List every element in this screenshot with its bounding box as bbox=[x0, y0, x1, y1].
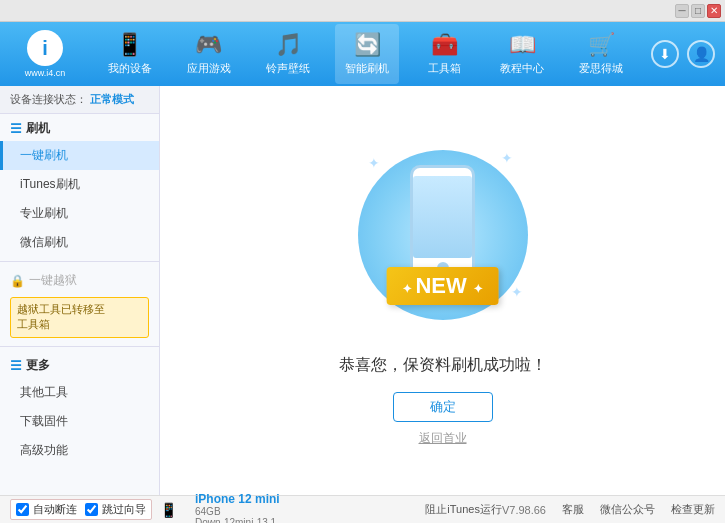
nav-tutorials[interactable]: 📖 教程中心 bbox=[490, 24, 554, 84]
wechat-official-link[interactable]: 微信公众号 bbox=[600, 502, 655, 517]
sidebar-item-itunes-flash[interactable]: iTunes刷机 bbox=[0, 170, 159, 199]
sidebar-item-download-fw[interactable]: 下载固件 bbox=[0, 407, 159, 436]
sidebar-item-pro-flash[interactable]: 专业刷机 bbox=[0, 199, 159, 228]
bottom-right: V7.98.66 客服 微信公众号 检查更新 bbox=[502, 502, 715, 517]
status-label: 设备连接状态： bbox=[10, 93, 87, 105]
success-message: 恭喜您，保资料刷机成功啦！ bbox=[339, 355, 547, 376]
sidebar-divider-1 bbox=[0, 261, 159, 262]
nav-device-icon: 📱 bbox=[116, 32, 143, 58]
nav-apps-games[interactable]: 🎮 应用游戏 bbox=[177, 24, 241, 84]
flash-section-icon: ☰ bbox=[10, 121, 22, 136]
phone-screen bbox=[413, 176, 472, 258]
content-area: ✦ ✦ ✦ NEW 恭喜您，保资料刷机成功啦！ 确定 返回首业 bbox=[160, 86, 725, 495]
header: i www.i4.cn 📱 我的设备 🎮 应用游戏 🎵 铃声壁纸 🔄 智能刷机 … bbox=[0, 22, 725, 86]
pro-flash-label: 专业刷机 bbox=[20, 206, 68, 220]
nav-right-actions: ⬇ 👤 bbox=[651, 40, 715, 68]
logo-area: i www.i4.cn bbox=[10, 30, 80, 78]
user-button[interactable]: 👤 bbox=[687, 40, 715, 68]
device-info: iPhone 12 mini 64GB Down-12mini-13.1 bbox=[195, 492, 280, 524]
sparkle-top-left: ✦ bbox=[368, 155, 380, 171]
maximize-button[interactable]: □ bbox=[691, 4, 705, 18]
nav-toolbox[interactable]: 🧰 工具箱 bbox=[415, 24, 475, 84]
nav-ringtones[interactable]: 🎵 铃声壁纸 bbox=[256, 24, 320, 84]
itunes-status: 阻止iTunes运行 bbox=[425, 502, 502, 517]
one-click-flash-label: 一键刷机 bbox=[20, 148, 68, 162]
sparkle-bottom-right: ✦ bbox=[511, 284, 523, 300]
logo-icon: i bbox=[27, 30, 63, 66]
lock-icon: 🔒 bbox=[10, 274, 25, 288]
nav-apps-label: 应用游戏 bbox=[187, 61, 231, 76]
check-update-link[interactable]: 检查更新 bbox=[671, 502, 715, 517]
new-badge-text: NEW bbox=[415, 273, 466, 298]
device-name: iPhone 12 mini bbox=[195, 492, 280, 506]
device-storage: 64GB bbox=[195, 506, 280, 517]
nav-tutorials-label: 教程中心 bbox=[500, 61, 544, 76]
wechat-flash-label: 微信刷机 bbox=[20, 235, 68, 249]
sidebar-section-more: ☰ 更多 bbox=[0, 351, 159, 378]
nav-tmall[interactable]: 🛒 爱思得城 bbox=[569, 24, 633, 84]
more-section-icon: ☰ bbox=[10, 358, 22, 373]
checkbox-group: 自动断连 跳过向导 bbox=[10, 499, 152, 520]
download-button[interactable]: ⬇ bbox=[651, 40, 679, 68]
nav-flash-label: 智能刷机 bbox=[345, 61, 389, 76]
nav-my-device[interactable]: 📱 我的设备 bbox=[98, 24, 162, 84]
sidebar-item-other-tools[interactable]: 其他工具 bbox=[0, 378, 159, 407]
sidebar-section-flash: ☰ 刷机 bbox=[0, 114, 159, 141]
logo-text: www.i4.cn bbox=[25, 68, 66, 78]
other-tools-label: 其他工具 bbox=[20, 385, 68, 399]
auto-disconnect-label: 自动断连 bbox=[33, 502, 77, 517]
sidebar-item-one-click-flash[interactable]: 一键刷机 bbox=[0, 141, 159, 170]
minimize-button[interactable]: ─ bbox=[675, 4, 689, 18]
bottom-bar: 自动断连 跳过向导 📱 iPhone 12 mini 64GB Down-12m… bbox=[0, 495, 725, 523]
download-fw-label: 下载固件 bbox=[20, 414, 68, 428]
skip-wizard-label: 跳过向导 bbox=[102, 502, 146, 517]
confirm-button[interactable]: 确定 bbox=[393, 392, 493, 422]
nav-ringtones-icon: 🎵 bbox=[275, 32, 302, 58]
phone-illustration: ✦ ✦ ✦ NEW bbox=[353, 135, 533, 335]
nav-smart-flash[interactable]: 🔄 智能刷机 bbox=[335, 24, 399, 84]
nav-toolbox-icon: 🧰 bbox=[431, 32, 458, 58]
more-section-label: 更多 bbox=[26, 357, 50, 374]
skip-wizard-checkbox[interactable] bbox=[85, 503, 98, 516]
bottom-left: 自动断连 跳过向导 📱 iPhone 12 mini 64GB Down-12m… bbox=[10, 492, 425, 524]
version-text: V7.98.66 bbox=[502, 504, 546, 516]
flash-section-label: 刷机 bbox=[26, 120, 50, 137]
nav-flash-icon: 🔄 bbox=[354, 32, 381, 58]
nav-items: 📱 我的设备 🎮 应用游戏 🎵 铃声壁纸 🔄 智能刷机 🧰 工具箱 📖 教程中心… bbox=[90, 24, 641, 84]
sidebar: 设备连接状态： 正常模式 ☰ 刷机 一键刷机 iTunes刷机 专业刷机 微信刷… bbox=[0, 86, 160, 495]
auto-disconnect-checkbox[interactable] bbox=[16, 503, 29, 516]
device-small-icon: 📱 bbox=[160, 502, 177, 518]
main-layout: 设备连接状态： 正常模式 ☰ 刷机 一键刷机 iTunes刷机 专业刷机 微信刷… bbox=[0, 86, 725, 495]
nav-toolbox-label: 工具箱 bbox=[428, 61, 461, 76]
sidebar-warning-box: 越狱工具已转移至工具箱 bbox=[10, 297, 149, 338]
customer-service-link[interactable]: 客服 bbox=[562, 502, 584, 517]
device-status-bar: 设备连接状态： 正常模式 bbox=[0, 86, 159, 114]
close-button[interactable]: ✕ bbox=[707, 4, 721, 18]
itunes-status-text: 阻止iTunes运行 bbox=[425, 502, 502, 517]
nav-device-label: 我的设备 bbox=[108, 61, 152, 76]
nav-apps-icon: 🎮 bbox=[195, 32, 222, 58]
nav-tutorials-icon: 📖 bbox=[509, 32, 536, 58]
sidebar-item-advanced[interactable]: 高级功能 bbox=[0, 436, 159, 465]
status-value: 正常模式 bbox=[90, 93, 134, 105]
warning-text: 越狱工具已转移至工具箱 bbox=[17, 303, 105, 330]
return-link[interactable]: 返回首业 bbox=[419, 430, 467, 447]
sparkle-top-right: ✦ bbox=[501, 150, 513, 166]
jailbreak-label: 一键越狱 bbox=[29, 272, 77, 289]
phone-body bbox=[410, 165, 475, 280]
sidebar-divider-2 bbox=[0, 346, 159, 347]
device-model: Down-12mini-13.1 bbox=[195, 517, 280, 524]
nav-tmall-label: 爱思得城 bbox=[579, 61, 623, 76]
title-bar: ─ □ ✕ bbox=[0, 0, 725, 22]
itunes-flash-label: iTunes刷机 bbox=[20, 177, 80, 191]
sidebar-disabled-jailbreak: 🔒 一键越狱 bbox=[0, 266, 159, 293]
advanced-label: 高级功能 bbox=[20, 443, 68, 457]
sidebar-item-wechat-flash[interactable]: 微信刷机 bbox=[0, 228, 159, 257]
nav-ringtones-label: 铃声壁纸 bbox=[266, 61, 310, 76]
nav-tmall-icon: 🛒 bbox=[588, 32, 615, 58]
new-badge: NEW bbox=[386, 267, 499, 305]
